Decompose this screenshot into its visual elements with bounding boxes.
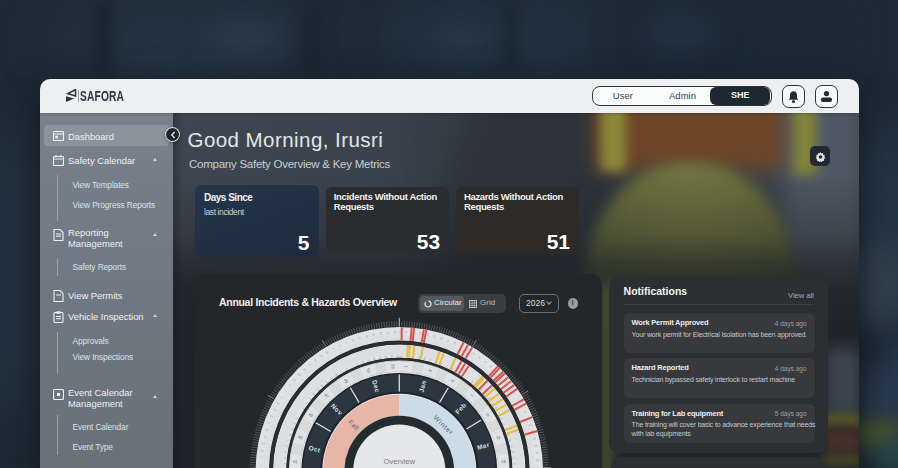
svg-text:Overview: Overview (383, 457, 415, 466)
